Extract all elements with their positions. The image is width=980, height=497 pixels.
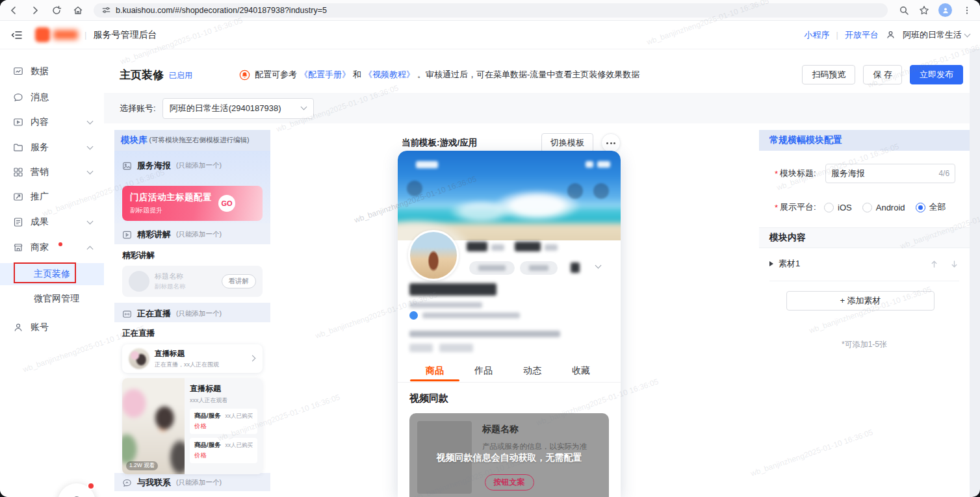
product-bought: xx人已购买 [226,413,253,420]
sidebar-item-label: 消息 [31,92,49,103]
product-row: 商品/服务 xx人已购买 价格 [190,409,257,434]
home-icon[interactable] [72,5,83,16]
url-bar[interactable]: b.kuaishou.com/#/shopdecoration/29401879… [94,3,888,18]
header-separator: | [84,30,86,40]
person-icon [13,322,23,333]
url-text: b.kuaishou.com/#/shopdecoration/29401879… [116,6,327,15]
kuaishou-logo-mark [35,27,50,42]
go-badge[interactable]: GO [218,195,235,212]
save-button[interactable]: 保 存 [863,65,902,84]
account-select[interactable]: 阿班的日常生活(2940187938) [162,98,314,119]
radio-circle-checked[interactable] [916,203,925,212]
reload-icon[interactable] [51,5,62,16]
switch-template-button[interactable]: 切换模板 [541,133,593,153]
sidebar-item-promotion[interactable]: 推广 [0,185,104,209]
live-row-card[interactable]: 直播标题 正在直播，xx人正在围观 [122,344,263,373]
sidebar-subitem-micro-site[interactable]: 微官网管理 [0,288,104,310]
live-block-title: 正在直播 [122,328,263,339]
tab-favorites[interactable]: 收藏 [572,365,590,377]
live-photo-image [122,378,185,474]
config-manual-link[interactable]: 《配置手册》 [300,69,350,81]
tab-goods[interactable]: 商品 [426,365,444,377]
sidebar-item-service[interactable]: 服务 [0,135,104,160]
account-menu[interactable]: 阿班的日常生活 [903,29,970,41]
live-card-viewers: xxx人正在观看 [190,396,257,405]
product-name: 商品/服务 [194,441,221,450]
material-limit-note: *可添加1-5张 [759,339,970,350]
sidebar-item-data[interactable]: 数据 [0,59,104,84]
video-tutorial-link[interactable]: 《视频教程》 [364,69,415,81]
collapse-sidebar-icon[interactable] [10,29,23,42]
required-star: * [775,203,778,212]
back-icon[interactable] [8,5,19,16]
sidebar-item-label: 数据 [31,66,49,77]
watch-count-badge: 1.2W 观看 [126,461,158,470]
highlight-item[interactable]: 标题名称 副标题名称 看讲解 [122,266,263,297]
module-content-title: 模块内容 [769,232,806,244]
radio-label: Android [876,203,905,212]
sidebar-item-message[interactable]: 消息 [0,85,104,110]
miniprogram-link[interactable]: 小程序 [805,29,830,41]
sidebar-item-merchant[interactable]: 商家 [0,235,104,260]
sidebar-item-marketing[interactable]: 营销 [0,160,104,185]
more-circle-button [593,183,609,199]
account-select-row: 选择账号: 阿班的日常生活(2940187938) [104,93,970,123]
sidebar-item-account[interactable]: 账号 [0,315,104,340]
browser-menu-icon[interactable] [961,5,972,16]
radio-android[interactable]: Android [862,203,905,212]
browser-profile-avatar[interactable] [938,3,952,17]
radio-circle[interactable] [824,203,834,212]
promo-title: 门店活动主标题配置 [130,192,255,203]
open-platform-link[interactable]: 开放平台 [845,29,879,41]
more-options-button[interactable] [601,133,621,153]
scan-preview-button[interactable]: 扫码预览 [802,65,855,84]
add-material-button[interactable]: + 添加素材 [786,291,935,311]
module-library-subtitle: (可将模块拖至右侧模板进行编辑) [149,136,250,145]
caret-right-icon[interactable] [769,261,773,266]
image-icon [122,161,132,171]
app-window: b.kuaishou.com/#/shopdecoration/29401879… [0,0,980,497]
tab-moments[interactable]: 动态 [523,365,541,377]
char-counter: 4/6 [938,169,949,178]
account-name: 阿班的日常生活 [903,29,962,41]
sidebar-item-label: 微官网管理 [34,293,79,305]
move-down-icon[interactable] [949,259,959,269]
radio-circle[interactable] [862,203,872,212]
sidebar-item-label: 推广 [31,191,49,203]
star-icon[interactable] [918,5,929,16]
live-row-title: 直播标题 [155,349,219,359]
promo-banner-card[interactable]: 门店活动主标题配置 副标题提升 GO [122,186,263,221]
module-title-input[interactable] [826,164,922,183]
highlight-explain-card[interactable]: 精彩讲解 标题名称 副标题名称 看讲解 [114,244,270,303]
sidebar-item-label: 内容 [31,116,49,128]
video-same-sample-card: 标题名称 产品或服务的信息，以实际为准 视频同款信息会自动获取，无需配置 按钮文… [409,413,609,497]
module-content-header: 模块内容 [759,227,970,248]
radio-all[interactable]: 全部 [916,201,946,213]
redacted-profile-desc [409,331,560,337]
sidebar-subitem-home-decoration[interactable]: 主页装修 [0,263,104,285]
divider [769,281,959,281]
config-panel: 常规横幅模块配置 * 模块标题: 4/6 * 展示平台: iOS [759,130,970,497]
material-row[interactable]: 素材1 [769,255,959,273]
sidebar-item-content[interactable]: 内容 [0,110,104,134]
sidebar-item-results[interactable]: 成果 [0,210,104,235]
tab-works[interactable]: 作品 [474,365,493,377]
section-live-streaming: 正在直播 (只能添加一个) [114,305,270,322]
play-square-icon [122,230,132,240]
live-stream-card[interactable]: 1.2W 观看 直播标题 xxx人正在观看 商品/服务 xx人已购买 价格 [122,378,263,474]
watch-explain-button[interactable]: 看讲解 [222,274,257,288]
live-icon [122,309,132,319]
publish-button[interactable]: 立即发布 [910,65,963,84]
notice-text: 和 [353,69,361,81]
move-up-icon[interactable] [929,259,939,269]
account-select-value: 阿班的日常生活(2940187938) [170,103,281,114]
redacted-tag [409,344,433,352]
radio-ios[interactable]: iOS [824,203,852,212]
forward-icon[interactable] [29,5,40,16]
chevron-right-icon [250,355,256,362]
search-icon[interactable] [898,5,909,16]
kuaishou-logo[interactable] [35,27,78,42]
site-settings-icon[interactable] [101,6,110,15]
redacted-stat-value [515,242,541,251]
section-service-poster: 服务海报 (只能添加一个) [114,157,270,174]
